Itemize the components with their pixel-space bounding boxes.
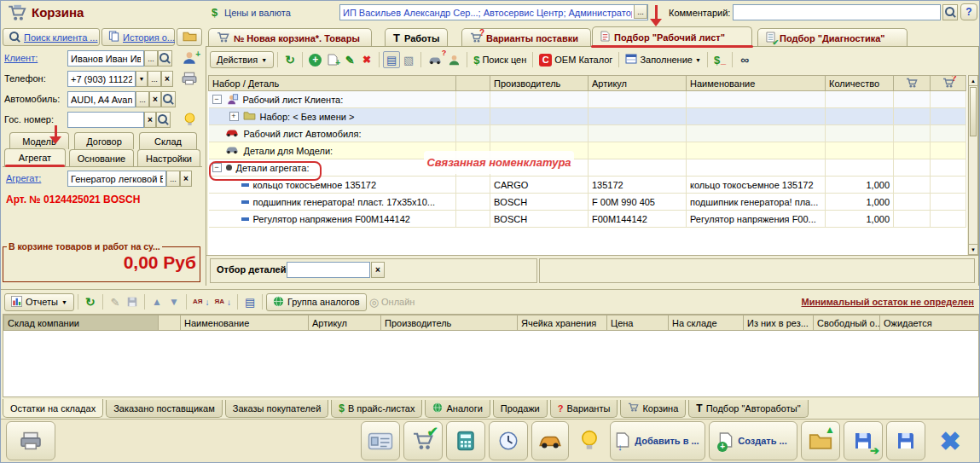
- client-card-button[interactable]: [445, 51, 463, 68]
- fill-menu-button[interactable]: Заполнение ▼: [623, 51, 703, 68]
- phone-clear-button[interactable]: ×: [161, 71, 173, 87]
- tab-sales[interactable]: Продажи: [493, 400, 548, 418]
- bulb-big-icon[interactable]: [571, 421, 608, 460]
- phone-ellipsis-button[interactable]: ...: [148, 71, 161, 87]
- organization-ellipsis-button[interactable]: ...: [634, 4, 647, 19]
- hierarchy-view-button[interactable]: ▤: [383, 51, 400, 68]
- plate-input[interactable]: [67, 112, 144, 128]
- add-button[interactable]: +: [306, 51, 324, 68]
- col-storage-cell[interactable]: Ячейка хранения: [518, 315, 607, 331]
- history-button[interactable]: История о...: [101, 28, 175, 46]
- col-cart-icon[interactable]: [894, 76, 931, 91]
- comment-search-button[interactable]: [942, 4, 958, 20]
- col-manufacturer[interactable]: Производитель: [490, 76, 589, 91]
- comment-input[interactable]: [733, 4, 941, 20]
- tree-row-client-worksheet[interactable]: −Рабочий лист Клиента:: [209, 91, 966, 108]
- tab-stock-remains[interactable]: Остатки на складах: [3, 399, 103, 418]
- part-row[interactable]: подшипник генератора! пласт. 17x35x10...…: [209, 194, 966, 211]
- vehicle-search-button[interactable]: [161, 91, 176, 107]
- aggregate-clear-button[interactable]: ×: [180, 171, 192, 187]
- scroll-up-icon[interactable]: ▲: [969, 76, 977, 86]
- part-row[interactable]: кольцо токосъемное 135172 CARGO 135172 к…: [209, 177, 966, 194]
- tab-variants[interactable]: ?Варианты: [550, 400, 618, 418]
- move-up-button[interactable]: ▲: [148, 293, 165, 310]
- save-close-button[interactable]: ➔: [844, 421, 883, 460]
- add-to-button[interactable]: ↓ Добавить в ...: [610, 421, 705, 460]
- col-qty[interactable]: Количество: [826, 76, 894, 91]
- plate-search-button[interactable]: [156, 112, 171, 128]
- stock-layers-button[interactable]: ▤: [241, 293, 258, 310]
- calculator-button[interactable]: [446, 421, 485, 460]
- col-name[interactable]: Наименование: [687, 76, 826, 91]
- add-client-button[interactable]: +: [177, 49, 202, 67]
- filter-input[interactable]: [287, 262, 370, 278]
- col-stock-article[interactable]: Артикул: [309, 315, 381, 331]
- delete-button[interactable]: ✖: [358, 51, 375, 68]
- filter-clear-button[interactable]: ×: [371, 262, 385, 278]
- col-stock-manufacturer[interactable]: Производитель: [381, 315, 518, 331]
- stock-refresh-button[interactable]: ↻: [82, 293, 99, 310]
- print-client-button[interactable]: [177, 69, 202, 88]
- open-document-button[interactable]: ▲: [801, 421, 840, 460]
- hint-bulb-icon[interactable]: [178, 110, 200, 129]
- client-ellipsis-button[interactable]: ...: [144, 50, 158, 67]
- tab-ordered-suppliers[interactable]: Заказано поставщикам: [106, 400, 223, 418]
- tab-price-lists[interactable]: $В прайс-листах: [331, 400, 422, 418]
- tab-cart[interactable]: Корзина: [620, 400, 686, 418]
- open-folder-button[interactable]: [177, 28, 202, 46]
- col-cart-question-icon[interactable]: ?: [931, 76, 966, 91]
- refresh-button[interactable]: ↻: [281, 51, 299, 68]
- reports-menu-button[interactable]: Отчеты ▼: [4, 293, 74, 311]
- help-button[interactable]: ?: [960, 3, 977, 20]
- col-article[interactable]: Артикул: [589, 76, 687, 91]
- scroll-thumb[interactable]: [970, 87, 977, 136]
- oem-catalog-button[interactable]: C OEM Каталог: [536, 51, 615, 68]
- plate-clear-button[interactable]: ×: [144, 112, 156, 128]
- tab-works[interactable]: Т Работы: [385, 28, 448, 47]
- col-set-detail[interactable]: Набор / Деталь: [209, 76, 456, 91]
- tree-row-model-details[interactable]: Детали для Модели:: [209, 142, 966, 159]
- aggregate-ellipsis-button[interactable]: ...: [166, 171, 180, 187]
- aggregate-input[interactable]: [67, 171, 166, 187]
- create-button[interactable]: + Создать ...: [709, 421, 797, 460]
- vehicle-input[interactable]: [67, 91, 136, 107]
- col-in-stock[interactable]: На складе: [669, 315, 744, 331]
- tab-diagnostics-pick[interactable]: ✔ Подбор "Диагностика": [757, 28, 908, 47]
- vehicle-big-button[interactable]: [531, 421, 569, 460]
- confirm-cart-button[interactable]: ✔: [403, 421, 443, 460]
- close-button[interactable]: ✖: [929, 421, 971, 460]
- tab-autoworks-pick[interactable]: ТПодбор "Автоработы": [688, 400, 808, 418]
- analogs-group-button[interactable]: Группа аналогов: [266, 293, 367, 311]
- car-question-button[interactable]: ?: [425, 51, 445, 68]
- col-stock-name[interactable]: Наименование: [181, 315, 309, 331]
- tab-osnovanie[interactable]: Основание: [69, 149, 134, 166]
- parts-scrollbar[interactable]: ▲ ▼: [968, 75, 978, 255]
- collapse-icon[interactable]: −: [212, 95, 222, 104]
- move-down-button[interactable]: ▼: [165, 293, 183, 310]
- price-set-button[interactable]: $_: [711, 51, 728, 68]
- tab-dogovor[interactable]: Договор: [74, 132, 134, 149]
- organization-combo[interactable]: ИП Васильев Александр Сер...; Автосервис…: [339, 4, 648, 20]
- tree-row-vehicle-worksheet[interactable]: Рабочий лист Автомобиля:: [209, 125, 966, 142]
- tab-new-cart-goods[interactable]: № Новая корзина*. Товары: [208, 28, 372, 47]
- tree-row-aggregate-details[interactable]: −Детали агрегата:: [209, 159, 966, 177]
- client-input[interactable]: [67, 50, 144, 67]
- vehicle-clear-button[interactable]: ×: [149, 91, 161, 107]
- tab-customer-orders[interactable]: Заказы покупателей: [225, 400, 329, 418]
- col-free[interactable]: Свободный о...: [814, 315, 880, 331]
- price-search-button[interactable]: $ Поиск цен: [471, 51, 529, 68]
- vehicle-ellipsis-button[interactable]: ...: [136, 91, 149, 107]
- sort-asc-button[interactable]: АЯ↓: [190, 293, 212, 310]
- aggregate-label[interactable]: Агрегат:: [6, 173, 41, 183]
- col-blank[interactable]: [456, 76, 490, 91]
- col-company-warehouse[interactable]: Склад компании: [4, 315, 159, 331]
- print-button[interactable]: [6, 421, 55, 460]
- phone-dropdown-button[interactable]: ▼: [136, 71, 148, 87]
- edit-button[interactable]: ✎: [341, 51, 358, 68]
- tab-nastroyki[interactable]: Настройки: [137, 149, 200, 166]
- tab-worksheet-pick[interactable]: Подбор "Рабочий лист": [592, 26, 752, 47]
- find-binoculars-button[interactable]: ∞: [736, 51, 753, 68]
- col-expected[interactable]: Ожидается: [880, 315, 979, 331]
- schedule-clock-button[interactable]: [489, 421, 528, 460]
- client-label[interactable]: Клиент:: [4, 53, 38, 63]
